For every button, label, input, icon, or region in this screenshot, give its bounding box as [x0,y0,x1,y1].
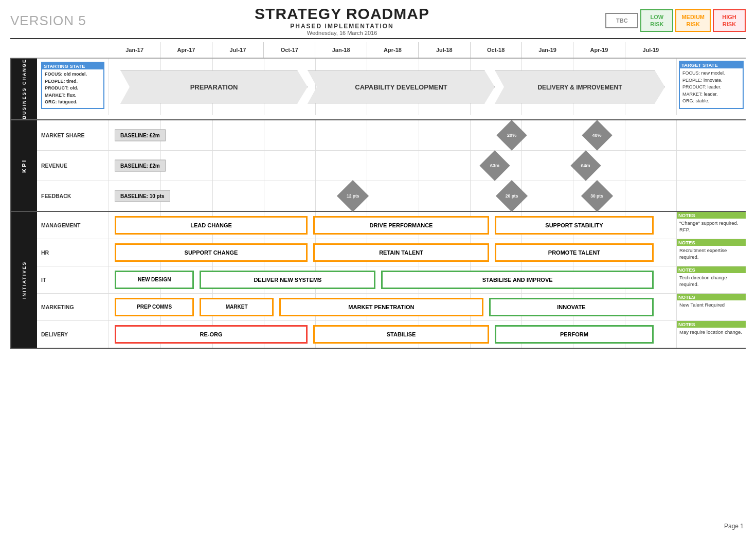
delivery-label: DELIVERY [37,321,109,348]
diamond-20pct: 20% [499,122,525,148]
target-state-notes: TARGET STATE FOCUS: new model.PEOPLE: in… [676,59,746,115]
risk-badges: TBC LOWRISK MEDIUMRISK HIGHRISK [591,9,746,32]
fb-vline-10 [625,181,625,211]
kpi-vline-3 [264,120,264,150]
business-change-label: BUSINESS CHANGE [10,59,37,119]
starting-state-body: FOCUS: old model.PEOPLE: tired.PRODUCT: … [45,71,101,106]
kpi-section: KPI MARKET SHARE BASELINE: £2m [10,120,746,212]
header-columns: Jan-17 Apr-17 Jul-17 Oct-17 Jan-18 Apr-1… [109,42,676,58]
delivery-arrow: DELIVERY & IMPROVEMENT [495,70,665,104]
kpi-rows: MARKET SHARE BASELINE: £2m [37,120,746,211]
kpi-feedback-data: BASELINE: 10 pts 12 pts 20 pts 30 [109,181,676,211]
revenue-baseline: BASELINE: £2m [115,159,166,171]
bc-row-label: STARTING STATE FOCUS: old model.PEOPLE: … [37,59,109,115]
fb-vline-6 [419,181,419,211]
header-divider [10,38,746,39]
initiatives-label: INITIATIVES [10,212,37,348]
management-label: MANAGEMENT [37,212,109,239]
stabilise-improve-box: STABILISE AND IMPROVE [381,271,653,289]
retain-talent-box: RETAIN TALENT [313,243,489,262]
kpi-revenue-data: BASELINE: £2m £3m £4m [109,151,676,181]
kpi-feedback-row: FEEDBACK BASELINE: 10 pts [37,181,746,211]
date-text: Wednesday, 16 March 2016 [93,30,591,36]
deliver-new-systems-box: DELIVER NEW SYSTEMS [200,271,375,289]
target-state-box: TARGET STATE FOCUS: new model.PEOPLE: in… [679,61,744,109]
capability-label: CAPABILITY DEVELOPMENT [355,83,447,91]
kpi-vline-10 [625,120,625,150]
kpi-revenue-label: REVENUE [37,151,109,181]
initiatives-section: INITIATIVES MANAGEMENT LEAD CHANGE [10,212,746,349]
promote-talent-box: PROMOTE TALENT [495,243,654,262]
drive-performance-box: DRIVE PERFORMANCE [313,216,489,235]
kpi-vline-9 [573,120,573,150]
management-notes-body: "Change" support required. RFP. [679,220,743,234]
hr-data: SUPPORT CHANGE RETAIN TALENT PROMOTE TAL… [109,239,676,266]
support-change-box: SUPPORT CHANGE [115,243,308,262]
col-jan18: Jan-18 [315,42,367,58]
rev-vline-6 [419,151,419,181]
badge-medium: MEDIUMRISK [675,9,711,32]
col-jan19: Jan-19 [522,42,573,58]
kpi-market-share-label: MARKET SHARE [37,120,109,150]
marketing-notes-title: NOTES [677,294,746,300]
it-label: IT [37,266,109,293]
prep-comms-box: PREP COMMS [115,298,194,316]
feedback-baseline: BASELINE: 10 pts [115,190,170,202]
diamond-30pts: 30 pts [584,183,610,209]
target-state-title: TARGET STATE [680,62,743,68]
rev-vline-8 [521,151,522,181]
fb-vline-9 [573,181,573,211]
kpi-revenue-row: REVENUE BASELINE: £2m [37,151,746,181]
rev-vline-3 [264,151,264,181]
kpi-label: KPI [10,120,37,211]
delivery-notes-title: NOTES [677,321,746,328]
title-block: STRATEGY ROADMAP PHASED IMPLEMENTATION W… [93,5,591,36]
delivery-row: DELIVERY RE-ORG STABILISE PERFORM [37,321,746,348]
diamond-3m: £3m [482,153,508,178]
rev-vline-2 [212,151,213,181]
kpi-ms-notes [676,120,746,150]
it-data: NEW DESIGN DELIVER NEW SYSTEMS STABILISE… [109,266,676,293]
lead-change-box: LEAD CHANGE [115,216,308,235]
management-notes: NOTES "Change" support required. RFP. [676,212,746,239]
hr-label: HR [37,239,109,266]
management-row: MANAGEMENT LEAD CHANGE DRIVE PERFORMANCE… [37,212,746,239]
kpi-market-share-data: BASELINE: £2m 20% 40% [109,120,676,150]
header-spacer [10,42,109,58]
rev-vline-7 [470,151,471,181]
page-container: VERSION 5 STRATEGY ROADMAP PHASED IMPLEM… [0,0,756,537]
kpi-fb-notes [676,181,746,211]
diamond-4m: £4m [573,153,599,178]
kpi-vline-4 [315,120,316,150]
version-label: VERSION 5 [10,13,93,29]
preparation-arrow: PREPARATION [120,70,308,104]
hr-notes-title: NOTES [677,239,746,246]
starting-state-box: STARTING STATE FOCUS: old model.PEOPLE: … [41,62,104,109]
marketing-row: MARKETING PREP COMMS MARKET MARKET PENET… [37,294,746,321]
main-title: STRATEGY ROADMAP [93,5,591,23]
marketing-notes: NOTES New Talent Required [676,294,746,320]
col-apr18: Apr-18 [367,42,419,58]
target-state-body: FOCUS: new model.PEOPLE: innovate.PRODUC… [682,70,740,105]
preparation-label: PREPARATION [190,83,238,91]
it-notes: NOTES Tech direction change required. [676,266,746,293]
kpi-vline-2 [212,120,213,150]
diamond-12pts: 12 pts [339,183,366,209]
capability-arrow: CAPABILITY DEVELOPMENT [308,70,495,104]
rev-vline-5 [367,151,367,181]
management-notes-title: NOTES [677,212,746,219]
it-notes-title: NOTES [677,266,746,273]
rev-vline-10 [625,151,625,181]
kpi-feedback-label: FEEDBACK [37,181,109,211]
perform-box: PERFORM [495,325,654,344]
marketing-label: MARKETING [37,294,109,320]
fb-vline-2 [212,181,213,211]
fb-vline-7 [470,181,471,211]
badge-low: LOWRISK [640,9,673,32]
col-apr17: Apr-17 [160,42,212,58]
it-notes-body: Tech direction change required. [679,274,743,288]
market-penetration-box: MARKET PENETRATION [279,298,483,316]
kpi-market-share-row: MARKET SHARE BASELINE: £2m [37,120,746,151]
fb-vline-4 [315,181,316,211]
marketing-data: PREP COMMS MARKET MARKET PENETRATION INN… [109,294,676,320]
